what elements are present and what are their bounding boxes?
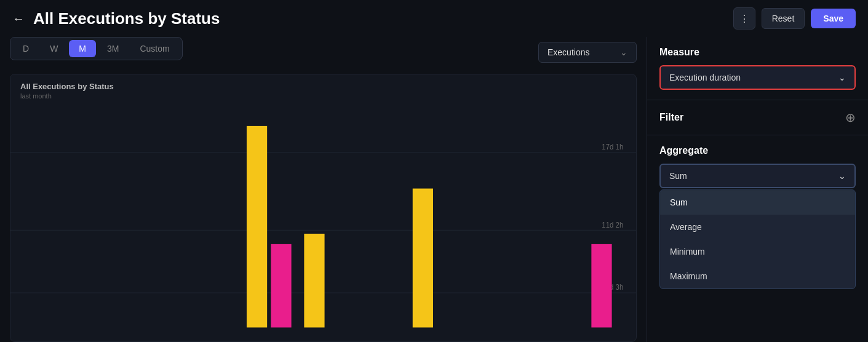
option-maximum[interactable]: Maximum — [660, 264, 855, 288]
add-filter-button[interactable]: ⊕ — [845, 110, 856, 125]
header-actions: ⋮ Reset Save — [733, 7, 856, 30]
main-content: D W M 3M Custom Executions ⌄ All Executi… — [0, 37, 868, 342]
aggregate-chevron-icon: ⌄ — [838, 171, 846, 181]
svg-rect-7 — [271, 244, 291, 328]
svg-text:11d 2h: 11d 2h — [602, 220, 623, 229]
chart-subtitle: last month — [20, 92, 626, 100]
executions-dropdown[interactable]: Executions ⌄ — [538, 42, 637, 63]
reset-button[interactable]: Reset — [762, 8, 805, 29]
svg-rect-10 — [591, 244, 611, 328]
measure-dropdown[interactable]: Execution duration ⌄ — [659, 65, 856, 90]
filter-section: Filter ⊕ — [647, 100, 868, 135]
chart-title: All Executions by Status — [20, 82, 626, 91]
executions-label: Executions — [547, 47, 589, 57]
header-left: ← All Executions by Status — [12, 9, 220, 28]
svg-rect-6 — [247, 126, 267, 328]
chart-visualization: 3d 3h 11d 2h 17d 1h — [10, 105, 636, 341]
option-sum[interactable]: Sum — [660, 190, 855, 215]
tab-3M[interactable]: 3M — [97, 40, 129, 57]
svg-rect-8 — [304, 234, 324, 327]
filter-title: Filter — [659, 112, 683, 123]
svg-rect-9 — [413, 189, 433, 328]
option-minimum[interactable]: Minimum — [660, 239, 855, 264]
chart-area: D W M 3M Custom Executions ⌄ All Executi… — [0, 37, 647, 342]
page-title: All Executions by Status — [33, 9, 220, 28]
aggregate-title: Aggregate — [659, 145, 856, 156]
period-tabs: D W M 3M Custom — [10, 37, 183, 60]
chart-container: All Executions by Status last month 3d 3… — [10, 74, 637, 342]
tab-M[interactable]: M — [69, 40, 96, 57]
right-panel: Measure Execution duration ⌄ Filter ⊕ Ag… — [647, 37, 868, 342]
header: ← All Executions by Status ⋮ Reset Save — [0, 0, 868, 37]
svg-text:17d 1h: 17d 1h — [602, 143, 623, 152]
measure-selected: Execution duration — [669, 73, 741, 82]
tab-W[interactable]: W — [40, 40, 68, 57]
measure-chevron-icon: ⌄ — [838, 73, 846, 82]
tab-Custom[interactable]: Custom — [130, 40, 179, 57]
more-button[interactable]: ⋮ — [733, 7, 755, 30]
aggregate-options: Sum Average Minimum Maximum — [659, 189, 856, 289]
save-button[interactable]: Save — [811, 9, 856, 28]
chevron-down-icon: ⌄ — [620, 47, 627, 57]
back-button[interactable]: ← — [12, 12, 25, 26]
aggregate-section: Aggregate Sum ⌄ Sum Average Minimum Maxi… — [647, 135, 868, 299]
measure-title: Measure — [659, 47, 856, 58]
option-average[interactable]: Average — [660, 215, 855, 239]
aggregate-dropdown[interactable]: Sum ⌄ — [659, 164, 856, 188]
tab-D[interactable]: D — [13, 40, 39, 57]
measure-section: Measure Execution duration ⌄ — [647, 37, 868, 100]
aggregate-selected: Sum — [669, 171, 687, 181]
